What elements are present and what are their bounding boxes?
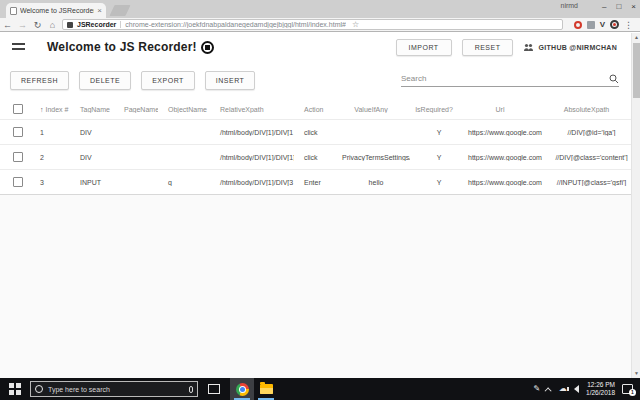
column-header-tagname[interactable]: TagName: [70, 106, 114, 113]
extension-chip-icon: [67, 22, 73, 28]
system-tray: ✎ ☁ 12:26 PM 1/26/2018 1: [533, 381, 640, 397]
jsrecorder-record-icon[interactable]: [610, 20, 619, 29]
new-tab-button[interactable]: [109, 5, 130, 16]
v-extension-icon[interactable]: V: [600, 20, 605, 29]
cell-objectname: q: [158, 179, 210, 186]
action-center-icon[interactable]: 1: [622, 384, 633, 394]
cell-url: https://www.google.com/: [458, 154, 542, 161]
cell-tagname: DIV: [70, 129, 114, 136]
table-row[interactable]: 3 INPUT q /html/body/DIV[1]/DIV[3 Enter …: [0, 169, 631, 194]
tab-close-icon[interactable]: ×: [97, 7, 102, 15]
scroll-up-icon[interactable]: ▲: [632, 33, 640, 42]
microphone-icon[interactable]: [189, 386, 193, 393]
address-bar[interactable]: JSRecorder chrome-extension://joekfdnabp…: [62, 19, 563, 30]
taskbar-explorer-app[interactable]: [254, 378, 278, 400]
extension-chip-name: JSRecorder: [77, 21, 116, 28]
table-row[interactable]: 1 DIV /html/body/DIV[1]/DIV[1 click Y ht…: [0, 119, 631, 144]
row-checkbox[interactable]: [13, 152, 23, 162]
sort-ascending-icon[interactable]: ↑: [40, 106, 44, 113]
gray-square-extension-icon[interactable]: [587, 21, 595, 29]
back-icon[interactable]: ←: [0, 20, 15, 30]
search-icon[interactable]: [609, 74, 619, 84]
reset-button[interactable]: RESET: [462, 39, 514, 56]
windows-ink-pen-icon[interactable]: ✎: [533, 384, 540, 394]
column-header-valueifany[interactable]: ValueIfAny: [332, 106, 410, 113]
task-view-icon[interactable]: [208, 384, 220, 394]
github-label: GITHUB @NIRMCHAN: [538, 44, 617, 51]
cell-action: click: [294, 129, 332, 136]
column-header-absolutexpath[interactable]: AbsoluteXpath: [542, 106, 631, 113]
insert-button[interactable]: INSERT: [205, 71, 256, 90]
browser-toolbar: ← → ↻ ⌂ JSRecorder chrome-extension://jo…: [0, 18, 640, 32]
search-input[interactable]: [401, 74, 609, 83]
home-icon[interactable]: ⌂: [45, 20, 60, 30]
extension-page: Welcome to JS Recorder! IMPORT RESET GIT…: [0, 33, 640, 378]
row-checkbox[interactable]: [13, 127, 23, 137]
tab-title: Welcome to JSRecorder: [20, 7, 94, 14]
column-header-relativexpath[interactable]: RelativeXpath: [210, 106, 294, 113]
select-all-checkbox[interactable]: [13, 104, 23, 114]
close-icon[interactable]: ×: [631, 2, 636, 12]
delete-button[interactable]: DELETE: [79, 71, 131, 90]
column-header-pagename[interactable]: PageName: [114, 106, 158, 113]
export-button[interactable]: EXPORT: [141, 71, 195, 90]
maximize-icon[interactable]: □: [616, 2, 621, 12]
empty-page-area: [0, 194, 631, 378]
cell-valueifany: PrivacyTermsSettingsAdv: [332, 154, 410, 161]
search-field: [401, 74, 619, 87]
cell-action: Enter: [294, 179, 332, 186]
window-controls: – □ ×: [602, 0, 636, 14]
cell-index: 2: [30, 154, 70, 161]
column-header-action[interactable]: Action: [294, 106, 332, 113]
windows-taskbar: Type here to search ✎ ☁ 12:26 PM 1/26/20…: [0, 378, 640, 400]
onedrive-cloud-icon[interactable]: ☁: [559, 384, 567, 394]
cell-tagname: DIV: [70, 154, 114, 161]
table-header-row: ↑ Index # TagName PageName ObjectName Re…: [0, 99, 631, 119]
cell-relativexpath: /html/body/DIV[1]/DIV[1: [210, 129, 294, 136]
cell-relativexpath: /html/body/DIV[1]/DIV[3: [210, 179, 294, 186]
page-scrollbar[interactable]: ▲ ▼: [631, 33, 640, 378]
taskbar-search-box[interactable]: Type here to search: [30, 381, 198, 397]
taskbar-search-placeholder: Type here to search: [48, 386, 184, 393]
column-header-objectname[interactable]: ObjectName: [158, 106, 210, 113]
browser-tab-strip: Welcome to JSRecorder × nirmd – □ ×: [0, 0, 640, 18]
start-button-icon[interactable]: [9, 383, 21, 395]
scrollbar-thumb[interactable]: [633, 43, 640, 98]
table-row[interactable]: 2 DIV /html/body/DIV[1]/DIV[1] click Pri…: [0, 144, 631, 169]
omnibox-url: chrome-extension://joekfdnabpaldanegedam…: [125, 21, 346, 28]
column-header-isrequired[interactable]: IsRequired?: [410, 106, 458, 113]
import-button[interactable]: IMPORT: [396, 39, 452, 56]
notification-badge: 1: [629, 389, 636, 396]
cell-url: https://www.google.com/: [458, 129, 542, 136]
cell-action: click: [294, 154, 332, 161]
people-icon: [523, 43, 534, 52]
volume-icon[interactable]: [574, 385, 579, 393]
browser-menu-icon[interactable]: ⋮: [624, 20, 635, 30]
cell-url: https://www.google.com/: [458, 179, 542, 186]
hidden-icons-chevron-icon[interactable]: [545, 387, 552, 394]
taskbar-clock[interactable]: 12:26 PM 1/26/2018: [586, 381, 615, 397]
app-header: Welcome to JS Recorder! IMPORT RESET GIT…: [0, 33, 631, 61]
cell-isrequired: Y: [410, 129, 458, 136]
reload-icon[interactable]: ↻: [30, 20, 45, 30]
browser-tab[interactable]: Welcome to JSRecorder ×: [6, 3, 106, 18]
scroll-down-icon[interactable]: ▼: [632, 369, 640, 378]
cell-absolutexpath: //DIV[@id='lga']: [542, 129, 631, 136]
table-action-bar: REFRESH DELETE EXPORT INSERT: [0, 61, 631, 99]
minimize-icon[interactable]: –: [602, 2, 606, 12]
bookmark-star-icon[interactable]: ☆: [352, 20, 359, 29]
column-header-index[interactable]: ↑ Index #: [30, 106, 70, 113]
cell-absolutexpath: //INPUT[@class='gsfi']: [542, 179, 631, 186]
github-link[interactable]: GITHUB @NIRMCHAN: [523, 43, 617, 52]
taskbar-chrome-app[interactable]: [230, 378, 254, 400]
app-header-actions: IMPORT RESET GITHUB @NIRMCHAN: [396, 39, 631, 56]
cell-relativexpath: /html/body/DIV[1]/DIV[1]: [210, 154, 294, 161]
stop-record-icon[interactable]: [201, 41, 214, 54]
row-checkbox[interactable]: [13, 177, 23, 187]
hamburger-menu-icon[interactable]: [12, 43, 25, 52]
browser-profile-name[interactable]: nirmd: [560, 2, 578, 9]
column-header-url[interactable]: Url: [458, 106, 542, 113]
refresh-button[interactable]: REFRESH: [10, 71, 69, 90]
chrome-icon-center: [240, 387, 245, 392]
red-ring-extension-icon[interactable]: [574, 21, 582, 29]
